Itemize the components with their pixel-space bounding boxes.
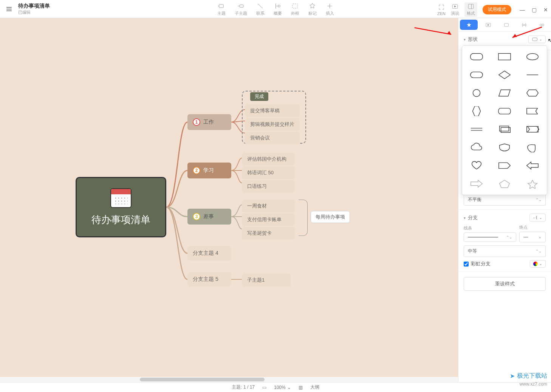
leaf-item[interactable]: 子主题1: [242, 274, 291, 287]
zen-button[interactable]: ZEN: [437, 4, 446, 16]
leaf-item[interactable]: 口语练习: [242, 180, 295, 193]
present-button[interactable]: 演说: [451, 3, 459, 16]
tab-snap[interactable]: [515, 18, 533, 31]
leaf-item[interactable]: 剪辑视频并提交样片: [245, 118, 300, 131]
svg-rect-10: [532, 38, 537, 41]
rainbow-label: 彩虹分支: [471, 260, 491, 267]
branch-4[interactable]: 分支主题 4: [187, 246, 231, 260]
shape-arrow-right[interactable]: [467, 177, 486, 190]
shape-cloud[interactable]: [467, 141, 486, 154]
leaves-5: 子主题1: [242, 274, 291, 287]
shape-parallelogram[interactable]: [495, 87, 514, 99]
shape-double-line[interactable]: [467, 123, 486, 136]
topic-count: 主题: 1 / 17: [232, 384, 255, 390]
shape-diamond[interactable]: [495, 68, 514, 81]
rainbow-checkbox[interactable]: [464, 262, 469, 266]
mindmap-canvas[interactable]: 待办事项清单 完成 1工作 提交博客草稿 剪辑视频并提交样片 营销会议 2学习 …: [0, 18, 458, 382]
summary-button[interactable]: 概要: [274, 2, 282, 16]
shape-stack[interactable]: [495, 123, 514, 136]
tab-style[interactable]: [460, 20, 478, 30]
relation-button[interactable]: 联系: [256, 2, 265, 16]
svg-point-8: [540, 24, 542, 26]
shape-pill[interactable]: [467, 68, 486, 81]
toolbar-right: ZEN 演说 格式 试用模式 — ▢ ✕: [437, 2, 548, 17]
central-topic[interactable]: 待办事项清单: [76, 177, 166, 237]
branch-5[interactable]: 分支主题 5: [187, 272, 231, 287]
shape-arrow-left[interactable]: [523, 159, 542, 172]
line-label: 线条: [464, 225, 516, 231]
marker-button[interactable]: 标记: [308, 2, 317, 16]
svg-point-13: [527, 53, 538, 60]
summary-bracket: [299, 200, 308, 236]
horizontal-scrollbar[interactable]: [0, 377, 458, 382]
leaf-item[interactable]: 营销会议: [245, 132, 300, 144]
maximize-button[interactable]: ▢: [532, 7, 537, 13]
line-select[interactable]: ⌃⌄: [464, 232, 516, 242]
tab-card[interactable]: [497, 18, 515, 31]
insert-button[interactable]: 插入: [326, 2, 334, 16]
weight-select[interactable]: 中等⌃⌄: [464, 245, 546, 257]
leaves-study: 评估韩国中介机构 韩语词汇 50 口语练习: [242, 153, 295, 193]
reset-style-button[interactable]: 重设样式: [464, 277, 546, 291]
shape-select[interactable]: ⌄: [528, 36, 546, 43]
toolbar-center: 主题 子主题 联系 概要 外框 标记 插入: [217, 2, 334, 16]
svg-rect-14: [471, 72, 483, 77]
branch-work[interactable]: 1工作: [187, 114, 231, 130]
minimize-button[interactable]: —: [520, 7, 525, 13]
branch-errand[interactable]: 3差事: [187, 209, 231, 225]
map-icon[interactable]: ▭: [262, 385, 266, 390]
scrollbar-thumb[interactable]: [140, 378, 265, 381]
shape-star[interactable]: [523, 177, 542, 190]
leaf-item[interactable]: 写圣诞贺卡: [242, 227, 295, 240]
tab-play[interactable]: [479, 18, 497, 31]
tab-link[interactable]: [533, 18, 551, 31]
shape-hexagon[interactable]: [523, 87, 542, 99]
structure-select[interactable]: 不平衡⌃⌄: [464, 194, 546, 206]
leaf-item[interactable]: 支付信用卡账单: [242, 213, 295, 226]
svg-rect-11: [471, 53, 483, 60]
summary-node[interactable]: 每周待办事项: [311, 211, 350, 223]
connectors: [0, 18, 458, 382]
shape-flag[interactable]: [523, 123, 542, 136]
shape-rect[interactable]: [495, 50, 514, 63]
shape-rounded-hex[interactable]: [495, 105, 514, 118]
sidebar-tabs: [458, 18, 551, 32]
svg-point-9: [542, 24, 544, 26]
topic-button[interactable]: 主题: [217, 2, 226, 16]
shape-circle[interactable]: [467, 87, 486, 99]
leaves-work: 提交博客草稿 剪辑视频并提交样片 营销会议: [245, 104, 300, 144]
svg-rect-7: [504, 23, 508, 26]
shape-heart[interactable]: [467, 159, 486, 172]
shape-drop[interactable]: [523, 141, 542, 154]
close-button[interactable]: ✕: [543, 7, 548, 13]
menu-button[interactable]: [3, 3, 15, 15]
svg-rect-0: [219, 5, 224, 8]
leaf-item[interactable]: 一周食材: [242, 200, 295, 212]
end-label: 终点: [519, 225, 546, 230]
shape-pentagon[interactable]: [495, 177, 514, 190]
shape-hex-tall[interactable]: [467, 105, 486, 118]
trial-button[interactable]: 试用模式: [483, 5, 511, 14]
subtopic-button[interactable]: 子主题: [235, 2, 247, 16]
outline-button[interactable]: 大纲: [310, 384, 319, 390]
shape-banner[interactable]: [523, 105, 542, 118]
shape-ellipse[interactable]: [523, 50, 542, 63]
shape-tag[interactable]: [495, 159, 514, 172]
format-button[interactable]: 格式: [464, 2, 477, 17]
zoom-level[interactable]: 100% ⌄: [274, 385, 291, 390]
document-info: 待办事项清单 已编辑: [18, 3, 50, 15]
end-select[interactable]: —⌄: [519, 232, 546, 242]
rainbow-color-select[interactable]: ⌄: [530, 260, 546, 268]
shape-underline[interactable]: [523, 68, 542, 81]
shape-rounded-rect[interactable]: [467, 50, 486, 63]
svg-rect-12: [498, 53, 511, 60]
leaf-item[interactable]: 提交博客草稿: [245, 104, 300, 117]
layout-icon[interactable]: ▥: [299, 385, 303, 390]
boundary-button[interactable]: 外框: [291, 2, 299, 16]
branch-study[interactable]: 2学习: [187, 163, 231, 178]
svg-rect-5: [468, 4, 474, 9]
leaf-item[interactable]: 韩语词汇 50: [242, 166, 295, 179]
leaf-item[interactable]: 评估韩国中介机构: [242, 153, 295, 166]
branch-style-select[interactable]: -( ⌄: [529, 214, 546, 222]
shape-shield[interactable]: [495, 141, 514, 154]
